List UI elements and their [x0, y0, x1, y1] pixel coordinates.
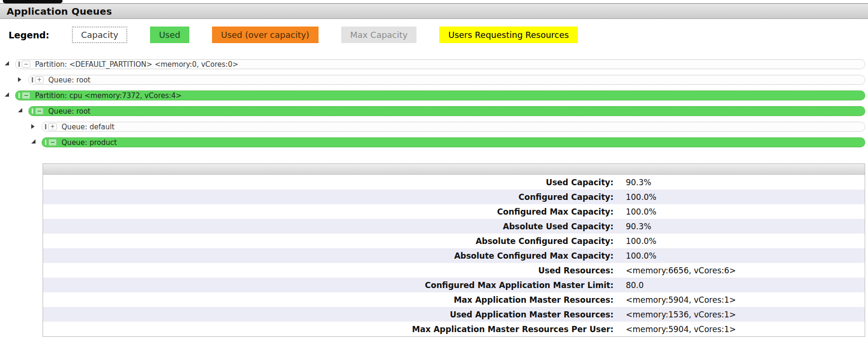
browser-tab-remnant [3, 0, 62, 3]
detail-label: Max Application Master Resources Per Use… [43, 322, 618, 336]
used-marker-icon [45, 124, 46, 129]
detail-row: Absolute Configured Max Capacity:100.0% [43, 248, 865, 263]
minus-icon[interactable]: − [35, 108, 44, 115]
tree-row: −Queue: product [0, 136, 868, 152]
collapse-toggle-icon[interactable] [31, 139, 35, 144]
legend-used-swatch: Used [150, 27, 189, 43]
details-table-header-strip [43, 164, 865, 175]
collapse-toggle-icon[interactable] [18, 108, 22, 112]
detail-value: 100.0% [618, 190, 865, 204]
queue-bar-label: Queue: product [62, 138, 117, 147]
detail-value: <memory:1536, vCores:1> [618, 307, 865, 322]
used-marker-icon [45, 140, 46, 145]
detail-row: Configured Max Capacity:100.0% [43, 204, 865, 219]
minus-icon[interactable]: − [48, 139, 57, 146]
detail-label: Max Application Master Resources: [43, 292, 618, 307]
legend-max-capacity-swatch: Max Capacity [341, 27, 417, 43]
used-marker-icon [18, 93, 20, 98]
queue-bar[interactable]: −Queue: product [42, 137, 865, 147]
detail-row: Configured Capacity:100.0% [43, 190, 865, 204]
detail-value: 100.0% [618, 204, 865, 219]
legend-used-over-capacity-swatch: Used (over capacity) [212, 27, 319, 43]
queue-details-panel: Used Capacity:90.3%Configured Capacity:1… [43, 163, 865, 337]
detail-value: <memory:5904, vCores:1> [618, 322, 865, 336]
legend-label: Legend: [9, 30, 49, 40]
detail-label: Absolute Configured Max Capacity: [43, 248, 618, 263]
detail-label: Used Application Master Resources: [43, 307, 618, 322]
used-marker-icon [32, 77, 33, 82]
queue-bar[interactable]: −Partition: <DEFAULT_PARTITION> <memory:… [15, 59, 865, 69]
legend-users-requesting-resources-swatch: Users Requesting Resources [439, 27, 578, 43]
queue-bar-label: Partition: <DEFAULT_PARTITION> <memory:0… [35, 60, 238, 69]
detail-value: 80.0 [618, 278, 865, 292]
detail-label: Used Capacity: [43, 175, 618, 190]
detail-row: Absolute Configured Capacity:100.0% [43, 234, 865, 248]
detail-label: Configured Max Application Master Limit: [43, 278, 618, 292]
detail-row: Configured Max Application Master Limit:… [43, 278, 865, 292]
legend-capacity-swatch: Capacity [72, 27, 127, 43]
detail-row: Absolute Used Capacity:90.3% [43, 219, 865, 234]
detail-row: Used Capacity:90.3% [43, 175, 865, 190]
detail-row: Used Resources:<memory:6656, vCores:6> [43, 263, 865, 278]
queue-bar[interactable]: +Queue: root [28, 75, 865, 85]
queue-bar-label: Queue: default [62, 123, 115, 131]
detail-row: Used Application Master Resources:<memor… [43, 307, 865, 322]
detail-label: Absolute Configured Capacity: [43, 234, 618, 248]
detail-label: Configured Capacity: [43, 190, 618, 204]
legend: Legend: Capacity Used Used (over capacit… [9, 27, 578, 43]
detail-label: Configured Max Capacity: [43, 204, 618, 219]
application-queues-page: Application Queues Legend: Capacity Used… [0, 0, 868, 343]
plus-icon[interactable]: + [48, 123, 57, 130]
detail-value: <memory:6656, vCores:6> [618, 263, 865, 278]
queue-tree: −Partition: <DEFAULT_PARTITION> <memory:… [0, 58, 868, 152]
queue-bar-label: Queue: root [48, 107, 90, 116]
plus-icon[interactable]: + [35, 76, 44, 83]
queue-bar[interactable]: +Queue: default [42, 122, 865, 132]
collapse-toggle-icon[interactable] [5, 92, 9, 97]
expand-toggle-icon[interactable] [18, 77, 21, 82]
queue-bar-label: Partition: cpu <memory:7372, vCores:4> [35, 91, 182, 100]
detail-label: Used Resources: [43, 263, 618, 278]
detail-row: Max Application Master Resources:<memory… [43, 292, 865, 307]
queue-bar-label: Queue: root [48, 76, 90, 84]
detail-value: 100.0% [618, 234, 865, 248]
detail-value: 90.3% [618, 219, 865, 234]
tree-row: +Queue: default [0, 120, 868, 136]
queue-bar[interactable]: −Queue: root [28, 106, 865, 116]
used-marker-icon [18, 62, 20, 67]
tree-row: −Partition: <DEFAULT_PARTITION> <memory:… [0, 58, 868, 73]
tree-row: −Partition: cpu <memory:7372, vCores:4> [0, 89, 868, 105]
queue-bar[interactable]: −Partition: cpu <memory:7372, vCores:4> [15, 90, 865, 100]
details-table: Used Capacity:90.3%Configured Capacity:1… [43, 175, 865, 336]
page-header: Application Queues [0, 3, 868, 19]
minus-icon[interactable]: − [22, 92, 30, 99]
detail-value: <memory:5904, vCores:1> [618, 292, 865, 307]
detail-value: 90.3% [618, 175, 865, 190]
used-marker-icon [32, 108, 33, 114]
page-title: Application Queues [7, 6, 112, 17]
detail-row: Max Application Master Resources Per Use… [43, 322, 865, 336]
tree-row: +Queue: root [0, 73, 868, 89]
tree-row: −Queue: root [0, 105, 868, 120]
expand-toggle-icon[interactable] [31, 124, 35, 129]
collapse-toggle-icon[interactable] [5, 61, 9, 65]
detail-value: 100.0% [618, 248, 865, 263]
minus-icon[interactable]: − [22, 61, 30, 68]
detail-label: Absolute Used Capacity: [43, 219, 618, 234]
